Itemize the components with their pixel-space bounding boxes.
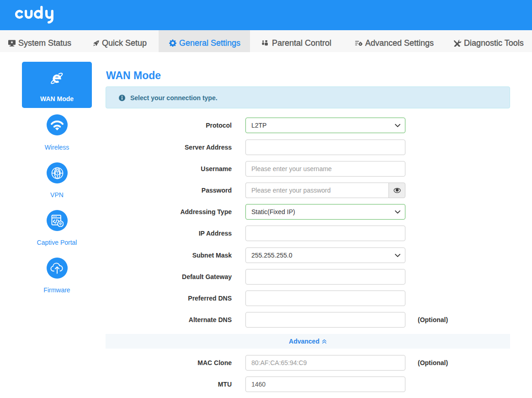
svg-text:V: V bbox=[56, 171, 59, 174]
